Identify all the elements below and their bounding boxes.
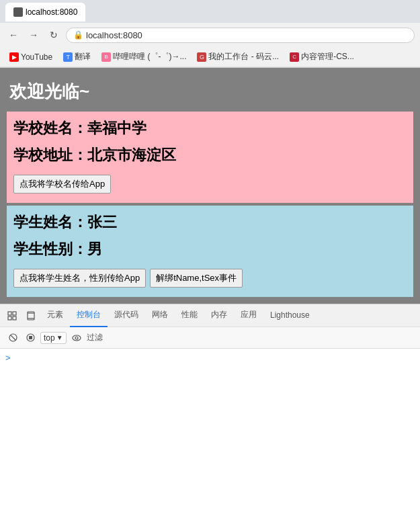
- student-name: 学生姓名：张三: [13, 212, 407, 232]
- gitee-favicon: G: [197, 52, 206, 62]
- school-btn[interactable]: 点我将学校名传给App: [13, 175, 111, 194]
- bookmark-csdn-label: 内容管理-CS...: [301, 51, 354, 62]
- bookmark-item-bilibili[interactable]: B 哔哩哔哩 (゜-゜)→...: [97, 50, 190, 64]
- svg-point-11: [73, 335, 81, 341]
- bookmark-bilibili-label: 哔哩哔哩 (゜-゜)→...: [113, 51, 186, 62]
- translate-favicon: T: [63, 52, 73, 62]
- tabs-bar: localhost:8080: [0, 0, 420, 23]
- bookmark-youtube-label: YouTube: [21, 52, 52, 62]
- bookmarks-bar: ▶ YouTube T 翻译 B 哔哩哔哩 (゜-゜)→... G 我的工作台 …: [0, 47, 420, 67]
- devtools-tabs: 元素 控制台 源代码 网络 性能 内存 应用 Lighthouse: [0, 304, 420, 327]
- devtools-toolbar: top ▼ 过滤: [0, 327, 420, 349]
- nav-bar: ← → ↻ 🔒 localhost:8080: [0, 23, 420, 47]
- student-btn2[interactable]: 解绑tName,tSex事件: [150, 269, 243, 288]
- devtools-tab-lighthouse[interactable]: Lighthouse: [263, 304, 317, 327]
- svg-rect-10: [29, 336, 32, 339]
- devtools-console: >: [0, 349, 420, 429]
- student-gender: 学生性别：男: [13, 239, 407, 259]
- devtools-panel: 元素 控制台 源代码 网络 性能 内存 应用 Lighthouse: [0, 304, 420, 429]
- console-prompt: >: [5, 353, 415, 363]
- back-button[interactable]: ←: [5, 27, 22, 43]
- bookmark-item-translate[interactable]: T 翻译: [59, 50, 95, 64]
- devtools-tab-network[interactable]: 网络: [145, 304, 175, 327]
- browser-chrome: localhost:8080 ← → ↻ 🔒 localhost:8080 ▶ …: [0, 0, 420, 68]
- forward-button[interactable]: →: [26, 27, 42, 43]
- devtools-tab-console[interactable]: 控制台: [70, 304, 108, 327]
- console-eye-btn[interactable]: [69, 331, 84, 345]
- youtube-favicon: ▶: [9, 52, 19, 62]
- top-context-dropdown[interactable]: top ▼: [40, 332, 67, 344]
- lock-icon: 🔒: [73, 30, 83, 40]
- school-name: 学校姓名：幸福中学: [13, 118, 407, 138]
- svg-point-12: [75, 337, 78, 339]
- bilibili-favicon: B: [101, 52, 111, 62]
- welcome-section: 欢迎光临~: [7, 75, 413, 112]
- bookmark-translate-label: 翻译: [75, 51, 91, 62]
- filter-label: 过滤: [87, 332, 103, 343]
- student-btn-row: 点我将学生姓名，性别传给App 解绑tName,tSex事件: [13, 269, 407, 288]
- devtools-tab-elements[interactable]: 元素: [40, 304, 70, 327]
- tab-title: localhost:8080: [26, 7, 77, 17]
- svg-rect-0: [8, 312, 11, 315]
- svg-line-8: [11, 335, 15, 340]
- bookmark-item-gitee[interactable]: G 我的工作台 - 码云...: [193, 50, 283, 64]
- page-content: 欢迎光临~ 学校姓名：幸福中学 学校地址：北京市海淀区 点我将学校名传给App …: [0, 68, 420, 304]
- devtools-tab-memory[interactable]: 内存: [204, 304, 234, 327]
- url-text: localhost:8080: [86, 30, 142, 40]
- address-bar[interactable]: 🔒 localhost:8080: [66, 28, 415, 43]
- console-stop-btn[interactable]: [23, 331, 38, 345]
- browser-tab[interactable]: localhost:8080: [5, 3, 85, 22]
- bookmark-item-youtube[interactable]: ▶ YouTube: [5, 51, 56, 63]
- console-caret: >: [5, 353, 11, 363]
- devtools-tab-performance[interactable]: 性能: [175, 304, 204, 327]
- bookmark-gitee-label: 我的工作台 - 码云...: [208, 51, 279, 62]
- devtools-tab-application[interactable]: 应用: [234, 304, 263, 327]
- student-btn1[interactable]: 点我将学生姓名，性别传给App: [13, 269, 146, 288]
- bookmark-item-csdn[interactable]: C 内容管理-CS...: [286, 50, 358, 64]
- svg-rect-1: [13, 312, 16, 315]
- console-filter-input[interactable]: [106, 333, 415, 343]
- reload-button[interactable]: ↻: [46, 27, 62, 43]
- school-section: 学校姓名：幸福中学 学校地址：北京市海淀区 点我将学校名传给App: [7, 112, 413, 203]
- devtools-tab-sources[interactable]: 源代码: [108, 304, 145, 327]
- devtools-inspect-btn[interactable]: [3, 306, 22, 325]
- console-clear-btn[interactable]: [5, 331, 20, 345]
- csdn-favicon: C: [290, 52, 299, 62]
- dropdown-arrow-icon: ▼: [56, 334, 63, 341]
- welcome-title: 欢迎光临~: [9, 80, 411, 103]
- student-section: 学生姓名：张三 学生性别：男 点我将学生姓名，性别传给App 解绑tName,t…: [7, 206, 413, 297]
- svg-rect-2: [8, 316, 11, 320]
- devtools-device-btn[interactable]: [22, 306, 40, 325]
- top-context-label: top: [44, 333, 55, 343]
- school-address: 学校地址：北京市海淀区: [13, 145, 407, 165]
- tab-favicon: [13, 7, 23, 17]
- svg-rect-3: [13, 316, 16, 320]
